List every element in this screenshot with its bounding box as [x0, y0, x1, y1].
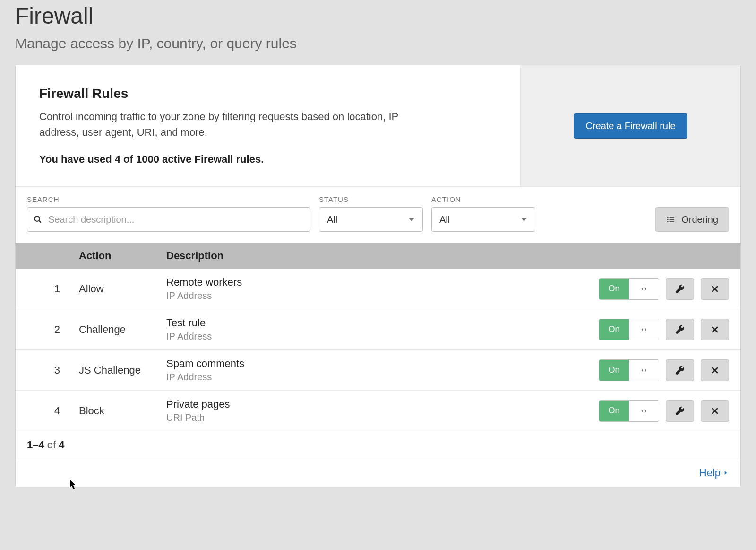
svg-rect-7 — [670, 221, 674, 222]
wrench-icon — [675, 324, 685, 335]
status-label: STATUS — [319, 195, 423, 203]
search-input[interactable] — [27, 207, 310, 232]
action-select[interactable]: All — [431, 207, 535, 232]
toggle-on-label: On — [599, 279, 629, 299]
row-desc: Spam comments IP Address — [166, 358, 599, 383]
svg-point-0 — [34, 216, 40, 221]
table-body: 1 Allow Remote workers IP Address On 2 C… — [16, 269, 740, 431]
row-desc: Test rule IP Address — [166, 317, 599, 342]
toggle-handle-icon — [629, 360, 659, 381]
help-link[interactable]: Help — [699, 467, 729, 479]
help-row: Help — [16, 459, 740, 487]
search-icon — [34, 215, 42, 224]
toggle-handle-icon — [629, 279, 659, 299]
table-row: 3 JS Challenge Spam comments IP Address … — [16, 350, 740, 391]
row-desc-title: Spam comments — [166, 358, 599, 370]
edit-button[interactable] — [666, 278, 694, 300]
row-index: 4 — [27, 405, 79, 417]
row-desc-sub: URI Path — [166, 412, 599, 423]
toggle-on-label: On — [599, 319, 629, 340]
close-icon — [710, 406, 720, 416]
svg-rect-3 — [670, 217, 674, 218]
row-desc-title: Remote workers — [166, 276, 599, 288]
caret-right-icon — [722, 470, 729, 476]
edit-button[interactable] — [666, 319, 694, 340]
toggle-switch[interactable]: On — [599, 278, 659, 300]
status-select[interactable]: All — [319, 207, 423, 232]
delete-button[interactable] — [701, 359, 729, 381]
row-index: 2 — [27, 323, 79, 336]
pagination-range: 1–4 — [27, 439, 44, 451]
delete-button[interactable] — [701, 400, 729, 422]
intro-desc: Control incoming traffic to your zone by… — [39, 109, 441, 140]
table-header: Action Description — [16, 243, 740, 269]
table-row: 1 Allow Remote workers IP Address On — [16, 269, 740, 309]
row-action: Challenge — [79, 323, 166, 336]
row-desc-sub: IP Address — [166, 290, 599, 301]
row-controls: On — [599, 359, 729, 381]
pagination-total: 4 — [59, 439, 64, 451]
close-icon — [710, 325, 720, 334]
filters-bar: SEARCH STATUS All ACTION All — [16, 186, 740, 243]
toggle-handle-icon — [629, 401, 659, 421]
wrench-icon — [675, 365, 685, 375]
row-index: 3 — [27, 364, 79, 376]
create-rule-button[interactable]: Create a Firewall rule — [574, 113, 687, 139]
chevron-down-icon — [521, 218, 527, 221]
intro-right: Create a Firewall rule — [521, 65, 740, 186]
svg-rect-5 — [670, 219, 674, 220]
intro-usage: You have used 4 of 1000 active Firewall … — [39, 153, 497, 166]
intro-left: Firewall Rules Control incoming traffic … — [16, 65, 521, 186]
intro-row: Firewall Rules Control incoming traffic … — [16, 65, 740, 186]
toggle-switch[interactable]: On — [599, 319, 659, 340]
edit-button[interactable] — [666, 359, 694, 381]
search-group: SEARCH — [27, 195, 310, 232]
row-desc-title: Test rule — [166, 317, 599, 329]
svg-point-4 — [667, 219, 669, 220]
row-desc-title: Private pages — [166, 398, 599, 410]
page-subtitle: Manage access by IP, country, or query r… — [15, 35, 741, 52]
row-controls: On — [599, 400, 729, 422]
help-label: Help — [699, 467, 721, 479]
search-label: SEARCH — [27, 195, 310, 203]
row-index: 1 — [27, 283, 79, 295]
header-action: Action — [79, 250, 166, 262]
close-icon — [710, 366, 720, 375]
svg-point-2 — [667, 217, 669, 218]
pagination: 1–4 of 4 — [16, 431, 740, 459]
row-controls: On — [599, 319, 729, 340]
toggle-switch[interactable]: On — [599, 359, 659, 381]
firewall-card: Firewall Rules Control incoming traffic … — [15, 65, 741, 487]
ordering-button[interactable]: Ordering — [655, 207, 729, 232]
row-action: Block — [79, 405, 166, 417]
toggle-on-label: On — [599, 360, 629, 381]
toggle-switch[interactable]: On — [599, 400, 659, 422]
svg-point-6 — [667, 221, 669, 223]
delete-button[interactable] — [701, 319, 729, 340]
list-icon — [666, 215, 676, 224]
action-value: All — [439, 214, 450, 225]
table-row: 4 Block Private pages URI Path On — [16, 391, 740, 431]
page-title: Firewall — [15, 3, 741, 29]
ordering-label: Ordering — [681, 214, 718, 225]
table-row: 2 Challenge Test rule IP Address On — [16, 309, 740, 350]
action-filter-label: ACTION — [431, 195, 535, 203]
row-desc: Private pages URI Path — [166, 398, 599, 423]
intro-title: Firewall Rules — [39, 86, 497, 101]
edit-button[interactable] — [666, 400, 694, 422]
header-description: Description — [166, 250, 729, 262]
toggle-handle-icon — [629, 319, 659, 340]
row-action: Allow — [79, 283, 166, 295]
wrench-icon — [675, 406, 685, 416]
row-desc-sub: IP Address — [166, 372, 599, 383]
close-icon — [710, 284, 720, 294]
delete-button[interactable] — [701, 278, 729, 300]
toggle-on-label: On — [599, 401, 629, 421]
svg-line-1 — [39, 220, 41, 223]
status-value: All — [327, 214, 337, 225]
row-desc-sub: IP Address — [166, 331, 599, 342]
row-controls: On — [599, 278, 729, 300]
row-action: JS Challenge — [79, 364, 166, 376]
row-desc: Remote workers IP Address — [166, 276, 599, 301]
action-group: ACTION All — [431, 195, 535, 232]
